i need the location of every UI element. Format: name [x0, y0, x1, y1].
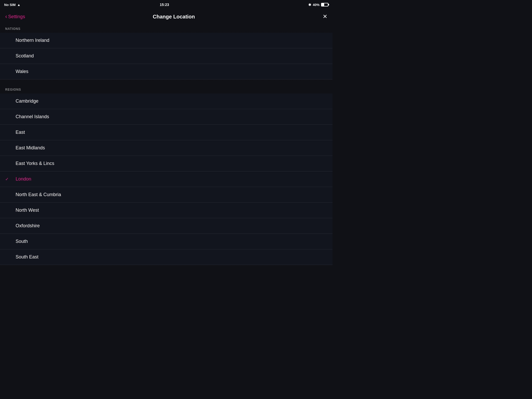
carrier-text: No SIM — [4, 3, 16, 7]
list-item-north-east-cumbria[interactable]: North East & Cumbria — [0, 187, 332, 203]
list-item-south-east[interactable]: South East — [0, 249, 332, 265]
list-item-northern-ireland[interactable]: Northern Ireland — [0, 33, 332, 48]
section-divider — [0, 79, 332, 85]
northern-ireland-label: Northern Ireland — [16, 38, 49, 43]
list-item-south[interactable]: South — [0, 234, 332, 249]
list-item-north-west[interactable]: North West — [0, 203, 332, 218]
regions-section-header: REGIONS — [0, 85, 332, 94]
nav-bar: ‹ Settings Change Location ✕ — [0, 9, 332, 24]
wifi-icon: ▲ — [17, 3, 21, 7]
status-bar: No SIM ▲ 15:23 ✱ 40% — [0, 0, 332, 9]
east-label: East — [16, 130, 25, 135]
list-item-east-midlands[interactable]: East Midlands — [0, 140, 332, 156]
list-item-scotland[interactable]: Scotland — [0, 48, 332, 64]
back-button[interactable]: ‹ Settings — [5, 13, 25, 20]
status-time: 15:23 — [160, 3, 169, 7]
oxfordshire-label: Oxfordshire — [16, 223, 40, 229]
london-label: London — [16, 176, 31, 182]
nations-section-header: NATIONS — [0, 24, 332, 33]
list-item-london[interactable]: ✓ London — [0, 171, 332, 187]
scotland-label: Scotland — [16, 53, 34, 59]
list-item-oxfordshire[interactable]: Oxfordshire — [0, 218, 332, 234]
battery-percent: 40% — [313, 3, 320, 7]
wales-label: Wales — [16, 69, 28, 74]
east-yorks-lincs-label: East Yorks & Lincs — [16, 161, 54, 166]
status-left: No SIM ▲ — [4, 3, 21, 7]
channel-islands-label: Channel Islands — [16, 114, 49, 119]
list-item-wales[interactable]: Wales — [0, 64, 332, 79]
list-item-east[interactable]: East — [0, 125, 332, 140]
battery-fill — [322, 3, 324, 6]
list-item-east-yorks-lincs[interactable]: East Yorks & Lincs — [0, 156, 332, 171]
back-label: Settings — [8, 14, 25, 19]
battery-bar — [321, 3, 328, 6]
cambridge-label: Cambridge — [16, 98, 38, 104]
checkmark-icon: ✓ — [5, 177, 9, 182]
list-item-cambridge[interactable]: Cambridge — [0, 94, 332, 109]
east-midlands-label: East Midlands — [16, 145, 45, 151]
back-chevron-icon: ‹ — [5, 13, 7, 20]
south-label: South — [16, 239, 28, 244]
south-east-label: South East — [16, 254, 38, 260]
content: NATIONS Northern Ireland Scotland Wales … — [0, 24, 332, 265]
north-west-label: North West — [16, 208, 39, 213]
status-right: ✱ 40% — [308, 3, 328, 7]
list-item-channel-islands[interactable]: Channel Islands — [0, 109, 332, 125]
page-title: Change Location — [153, 14, 195, 20]
north-east-cumbria-label: North East & Cumbria — [16, 192, 61, 197]
bluetooth-icon: ✱ — [308, 3, 311, 7]
close-button[interactable]: ✕ — [323, 14, 327, 19]
battery-container — [321, 3, 328, 6]
